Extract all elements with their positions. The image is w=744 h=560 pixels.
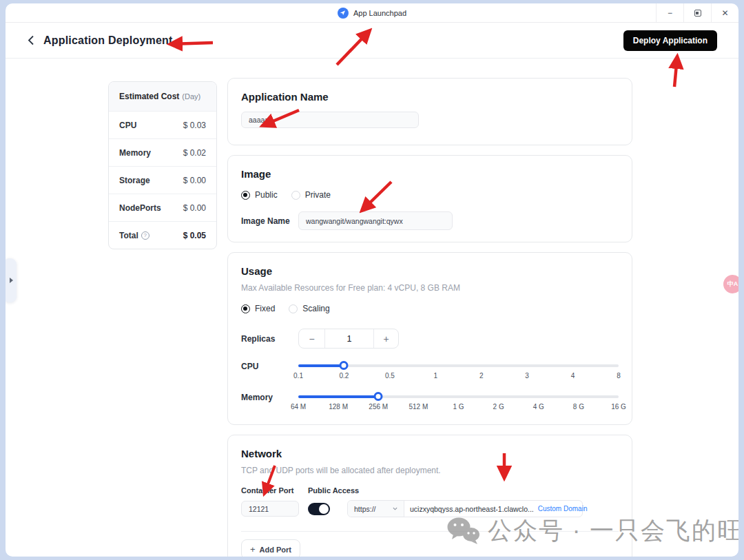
- sidebar-expand-handle[interactable]: [6, 258, 17, 302]
- deploy-application-button[interactable]: Deploy Application: [623, 30, 717, 51]
- image-card: Image Public Private Image Name: [227, 155, 632, 242]
- container-port-input[interactable]: [241, 501, 299, 517]
- radio-selected-icon: [241, 191, 250, 200]
- help-icon[interactable]: ?: [141, 231, 149, 240]
- tick-label: 8 G: [573, 403, 584, 411]
- tick-label: 256 M: [369, 403, 388, 411]
- cost-row-memory: Memory $ 0.02: [109, 138, 216, 166]
- tick-label: 0.1: [293, 372, 303, 380]
- cpu-slider-track[interactable]: [298, 364, 619, 367]
- translate-badge-icon[interactable]: 中A: [723, 275, 738, 293]
- close-icon: ✕: [721, 8, 728, 18]
- window-title: App Launchpad: [353, 9, 406, 17]
- memory-slider-handle[interactable]: [374, 392, 383, 401]
- toggle-knob: [319, 504, 329, 514]
- total-value: $ 0.05: [183, 231, 206, 240]
- chevron-left-icon: [28, 35, 34, 45]
- memory-slider-track[interactable]: [298, 395, 619, 398]
- cost-row-nodeports: NodePorts $ 0.00: [109, 194, 216, 221]
- memory-slider[interactable]: 64 M128 M256 M512 M1 G2 G4 G8 G16 G: [298, 392, 619, 415]
- app-badge: App Launchpad: [338, 8, 406, 19]
- replicas-label: Replicas: [241, 334, 298, 344]
- chevron-down-icon: [393, 507, 397, 510]
- replicas-value[interactable]: 1: [325, 329, 373, 348]
- application-name-title: Application Name: [241, 91, 619, 103]
- cpu-slider-ticks: 0.10.20.512348: [298, 372, 619, 382]
- cpu-slider-handle[interactable]: [340, 361, 349, 370]
- cpu-slider-label: CPU: [241, 362, 298, 371]
- protocol-value: https://: [354, 505, 376, 513]
- back-button[interactable]: [25, 34, 37, 47]
- cpu-slider[interactable]: 0.10.20.512348: [298, 361, 619, 384]
- custom-domain-link[interactable]: Custom Domain: [538, 505, 588, 512]
- public-address-box: https:// ucizxyqbqyss.ap-northeast-1.cla…: [347, 500, 583, 517]
- cost-row-label: Storage: [119, 176, 150, 185]
- radio-public[interactable]: Public: [241, 190, 278, 200]
- usage-card: Usage Max Available Resources for Free p…: [227, 252, 632, 425]
- radio-label: Fixed: [255, 304, 275, 313]
- restore-icon: [694, 10, 701, 17]
- replicas-increment-button[interactable]: +: [373, 329, 398, 348]
- tick-label: 1 G: [453, 403, 464, 411]
- cost-row-value: $ 0.00: [183, 176, 206, 185]
- radio-label: Private: [305, 190, 331, 200]
- cost-row-label: Memory: [119, 148, 151, 158]
- page-title: Application Deployment: [43, 34, 173, 47]
- image-name-label: Image Name: [241, 216, 298, 226]
- cost-panel-header: Estimated Cost (Day): [109, 82, 216, 111]
- image-title: Image: [241, 168, 619, 180]
- application-name-input[interactable]: [241, 112, 419, 128]
- minimize-button[interactable]: −: [656, 3, 683, 22]
- cost-row-value: $ 0.02: [183, 148, 206, 158]
- plus-icon: +: [250, 544, 256, 554]
- tick-label: 512 M: [409, 403, 428, 411]
- cost-row-total: Total ? $ 0.05: [109, 221, 216, 249]
- tick-label: 0.5: [385, 372, 395, 380]
- container-port-label: Container Port: [241, 486, 308, 495]
- usage-mode-radios: Fixed Scaling: [241, 304, 619, 313]
- radio-label: Public: [255, 190, 278, 200]
- cost-row-label: NodePorts: [119, 203, 161, 213]
- usage-subtitle: Max Available Resources for Free plan: 4…: [241, 283, 619, 293]
- chevron-right-icon: [10, 278, 13, 283]
- tick-label: 8: [617, 372, 621, 380]
- divider: [241, 531, 619, 532]
- minimize-icon: −: [668, 8, 672, 18]
- add-port-label: Add Port: [260, 546, 291, 554]
- cost-row-label: CPU: [119, 121, 136, 130]
- usage-title: Usage: [241, 265, 619, 277]
- network-title: Network: [241, 448, 619, 459]
- memory-slider-fill: [298, 395, 378, 398]
- protocol-select[interactable]: https://: [348, 501, 404, 517]
- app-window: App Launchpad − ✕ Application Deployment…: [6, 3, 738, 557]
- cpu-slider-fill: [298, 364, 344, 367]
- replicas-decrement-button[interactable]: −: [299, 329, 325, 348]
- tick-label: 128 M: [329, 403, 348, 411]
- cost-row-storage: Storage $ 0.00: [109, 166, 216, 194]
- restore-button[interactable]: [683, 3, 711, 22]
- public-access-label: Public Access: [308, 486, 359, 495]
- total-label: Total: [119, 231, 138, 240]
- close-button[interactable]: ✕: [711, 3, 738, 22]
- add-port-button[interactable]: + Add Port: [241, 539, 300, 557]
- tick-label: 2 G: [493, 403, 504, 411]
- tick-label: 0.2: [339, 372, 349, 380]
- radio-fixed[interactable]: Fixed: [241, 304, 275, 313]
- radio-selected-icon: [241, 304, 250, 313]
- network-card: Network TCP and UDP ports will be alloca…: [227, 435, 632, 557]
- image-name-input[interactable]: [298, 211, 453, 230]
- tick-label: 4 G: [533, 403, 544, 411]
- radio-scaling[interactable]: Scaling: [289, 304, 329, 313]
- window-controls: − ✕: [656, 3, 738, 22]
- page-header: Application Deployment Deploy Applicatio…: [6, 23, 738, 59]
- tick-label: 3: [525, 372, 529, 380]
- radio-private[interactable]: Private: [291, 190, 331, 200]
- replicas-stepper: − 1 +: [298, 329, 399, 349]
- titlebar: App Launchpad − ✕: [6, 3, 738, 23]
- public-access-toggle[interactable]: [308, 503, 330, 515]
- tick-label: 2: [479, 372, 484, 380]
- radio-unselected-icon: [291, 191, 300, 200]
- tick-label: 16 G: [611, 403, 626, 411]
- tick-label: 4: [571, 372, 575, 380]
- application-name-card: Application Name: [227, 78, 632, 145]
